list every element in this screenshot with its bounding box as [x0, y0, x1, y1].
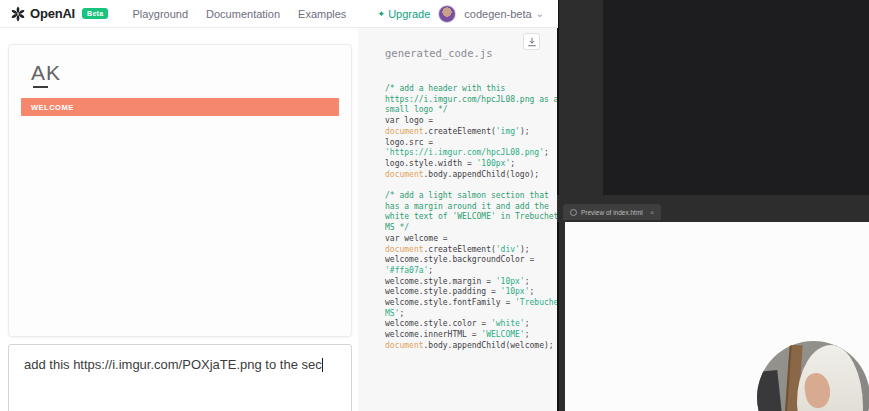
code-line: document.body.appendChild(welcome);: [385, 341, 553, 352]
code-line: [385, 180, 553, 191]
code-line: document.createElement('img');: [385, 127, 553, 138]
generated-code-panel: generated_code.js /* add a header with t…: [358, 28, 557, 411]
ak-logo-underline: [33, 86, 48, 88]
prompt-input-value: add this https://i.imgur.com/POXjaTE.png…: [24, 357, 351, 372]
code-line: MS */: [385, 223, 553, 234]
code-line: logo.style.width = '100px';: [385, 159, 553, 170]
close-icon[interactable]: ×: [650, 208, 655, 217]
code-line: '#ffa07a';: [385, 266, 553, 277]
code-line: document.body.appendChild(logo);: [385, 170, 553, 181]
code-line: welcome.style.color = 'white';: [385, 319, 553, 330]
welcome-banner: WELCOME: [21, 98, 339, 116]
avatar[interactable]: [438, 5, 456, 23]
code-line: MS';: [385, 309, 553, 320]
code-line: var logo =: [385, 116, 553, 127]
main-nav: Playground Documentation Examples: [132, 8, 346, 20]
tab-label: Preview of index.html: [581, 209, 643, 216]
upgrade-label: Upgrade: [388, 8, 430, 20]
code-line: 'https://i.imgur.com/hpcJL08.png';: [385, 148, 553, 159]
prompt-input[interactable]: add this https://i.imgur.com/POXjaTE.png…: [8, 344, 352, 411]
rendered-preview-card: AK WELCOME: [8, 44, 352, 337]
code-line: logo.src =: [385, 138, 553, 149]
account-name: codegen-beta: [464, 8, 531, 20]
nav-item-playground[interactable]: Playground: [132, 8, 188, 20]
beta-badge: Beta: [82, 8, 108, 19]
nav-item-documentation[interactable]: Documentation: [206, 8, 280, 20]
code-line: white text of 'WELCOME' in Trebuchet: [385, 212, 553, 223]
code-line: has a margin around it and add the: [385, 202, 553, 213]
code-line: welcome.style.padding = '10px';: [385, 287, 553, 298]
openai-logo-icon: [10, 6, 26, 22]
account-dropdown[interactable]: codegen-beta ⌄: [464, 8, 544, 20]
code-block: /* add a header with thishttps://i.imgur…: [385, 84, 553, 352]
code-line: var welcome =: [385, 234, 553, 245]
header-right: ✦ Upgrade codegen-beta ⌄: [378, 0, 544, 28]
code-line: welcome.style.fontFamily = 'Trebuchet: [385, 298, 553, 309]
app-window: OpenAI Beta Playground Documentation Exa…: [0, 0, 869, 411]
sparkle-icon: ✦: [378, 9, 386, 19]
download-icon: [527, 37, 537, 47]
code-line: welcome.style.backgroundColor =: [385, 255, 553, 266]
download-button[interactable]: [523, 33, 540, 50]
code-line: document.createElement('div');: [385, 245, 553, 256]
code-line: welcome.style.margin = '10px';: [385, 277, 553, 288]
code-line: /* add a header with this: [385, 84, 553, 95]
code-line: welcome.innerHTML = 'WELCOME';: [385, 330, 553, 341]
code-filename: generated_code.js: [385, 47, 492, 59]
openai-brand[interactable]: OpenAI Beta: [10, 6, 108, 22]
brand-name: OpenAI: [30, 6, 75, 21]
code-line: https://i.imgur.com/hpcJL08.png as a: [385, 95, 553, 106]
browser-tab-bar: Preview of index.html ×: [557, 195, 869, 222]
tab-favicon-icon: [570, 209, 577, 216]
chevron-down-icon: ⌄: [536, 9, 544, 19]
webcam-background-object: [757, 370, 785, 411]
ak-logo: AK: [31, 61, 351, 85]
nav-item-examples[interactable]: Examples: [298, 8, 346, 20]
text-caret: [322, 358, 323, 372]
upgrade-button[interactable]: ✦ Upgrade: [378, 8, 431, 20]
tab-preview-index[interactable]: Preview of index.html ×: [563, 204, 661, 220]
top-navbar: OpenAI Beta Playground Documentation Exa…: [0, 0, 558, 28]
code-line: small logo */: [385, 105, 553, 116]
prompt-text: add this https://i.imgur.com/POXjaTE.png…: [24, 357, 322, 372]
dark-screen-area: [603, 0, 869, 195]
code-line: /* add a light salmon section that: [385, 191, 553, 202]
